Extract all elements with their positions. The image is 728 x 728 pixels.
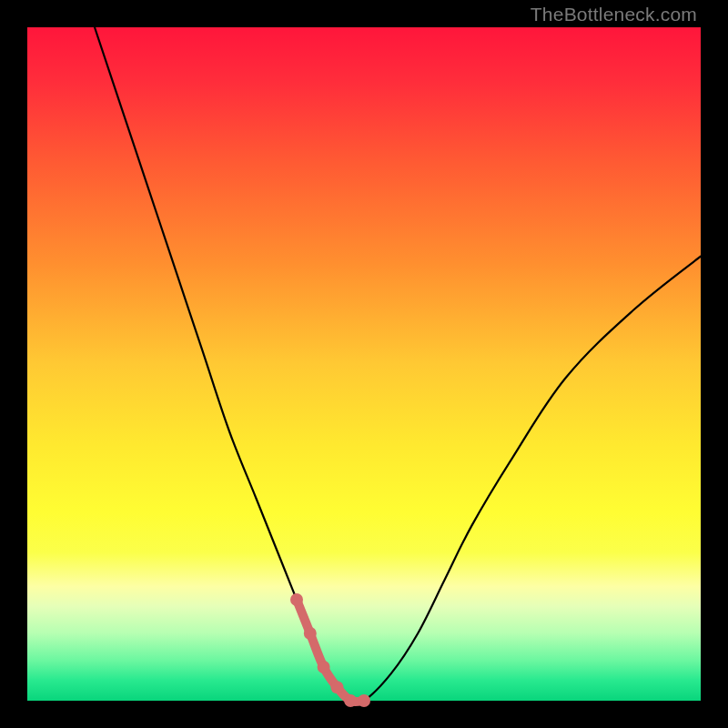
highlight-dot bbox=[318, 661, 330, 673]
highlight-dot bbox=[290, 593, 303, 606]
highlight-dot bbox=[330, 681, 343, 693]
highlight-dot bbox=[344, 694, 357, 707]
highlight-dot bbox=[358, 694, 370, 707]
chart-overlay bbox=[27, 27, 701, 701]
highlight-segment bbox=[290, 593, 370, 707]
highlight-dot bbox=[304, 627, 317, 640]
bottleneck-curve bbox=[95, 27, 701, 703]
watermark-text: TheBottleneck.com bbox=[531, 4, 697, 25]
highlight-path bbox=[297, 600, 364, 702]
